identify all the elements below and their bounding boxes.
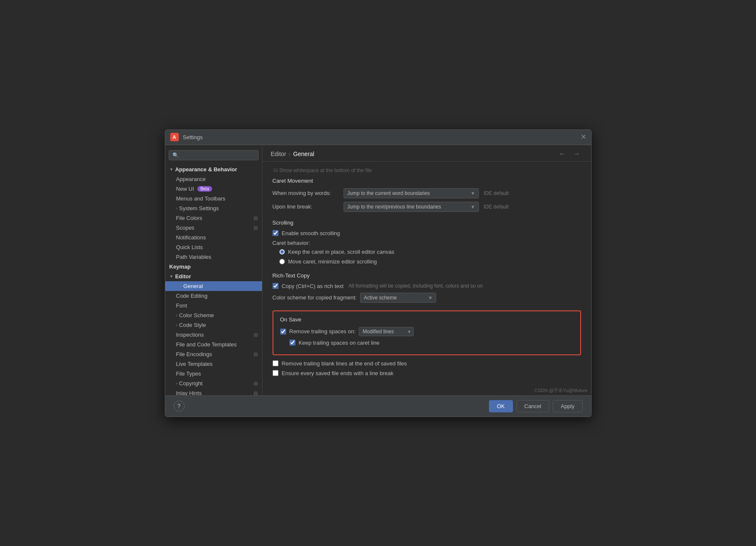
- main-header: Editor › General ← →: [262, 145, 591, 162]
- sidebar-item-color-scheme[interactable]: › Color Scheme: [165, 310, 262, 320]
- when-moving-row: When moving by words: Jump to the curren…: [273, 188, 581, 198]
- sidebar-item-quick-lists[interactable]: Quick Lists: [165, 242, 262, 252]
- dialog-title: Settings: [183, 134, 581, 140]
- sidebar-item-notifications[interactable]: Notifications: [165, 233, 262, 242]
- sidebar-item-label: File Encodings: [176, 351, 212, 357]
- sidebar-item-live-templates[interactable]: Live Templates: [165, 359, 262, 369]
- sidebar-item-editor[interactable]: ▼ Editor: [165, 272, 262, 281]
- sidebar-item-keymap[interactable]: Keymap: [165, 262, 262, 272]
- radio-row-1: Keep the caret in place, scroll editor c…: [273, 249, 581, 255]
- sidebar-item-file-colors[interactable]: File Colors ▤: [165, 213, 262, 223]
- radio-row-2: Move caret, minimize editor scrolling: [273, 258, 581, 265]
- copy-rich-text-label: Copy (Ctrl+C) as rich text: [282, 283, 344, 289]
- chevron-icon: ▼: [169, 274, 174, 279]
- sidebar-item-scopes[interactable]: Scopes ▤: [165, 223, 262, 233]
- ensure-newline-checkbox[interactable]: [273, 370, 278, 376]
- sidebar-item-label: Appearance & Behavior: [175, 166, 237, 173]
- when-moving-dropdown[interactable]: Jump to the current word boundaries: [344, 188, 479, 198]
- sidebar-item-label: Inlay Hints: [176, 390, 202, 395]
- sidebar-item-code-editing[interactable]: Code Editing: [165, 291, 262, 301]
- sidebar-item-label: Menus and Toolbars: [176, 195, 226, 202]
- sidebar-item-menus-toolbars[interactable]: Menus and Toolbars: [165, 194, 262, 203]
- ok-button[interactable]: OK: [489, 400, 513, 412]
- remove-blank-lines-checkbox[interactable]: [273, 360, 278, 366]
- sidebar-item-general[interactable]: › General: [165, 281, 262, 291]
- smooth-scrolling-row: Enable smooth scrolling: [273, 230, 581, 236]
- settings-icon: ▤: [254, 215, 258, 221]
- search-input[interactable]: [181, 152, 255, 158]
- sidebar-item-font[interactable]: Font: [165, 301, 262, 310]
- chevron-icon: ›: [176, 381, 177, 386]
- sidebar-item-appearance[interactable]: Appearance: [165, 174, 262, 184]
- breadcrumb-general: General: [293, 151, 314, 157]
- line-break-dropdown-wrapper: Jump to the next/previous line boundarie…: [344, 202, 479, 212]
- app-icon: A: [170, 133, 179, 141]
- settings-dialog: A Settings ✕ 🔍 ▼ Appearance & Behavior A…: [165, 129, 592, 417]
- color-scheme-row: Color scheme for copied fragment: Active…: [273, 293, 581, 303]
- copy-rich-text-hint: All formatting will be copied, including…: [349, 283, 483, 289]
- remove-trailing-label: Remove trailing spaces on:: [289, 328, 356, 335]
- sidebar-item-label: File Colors: [176, 215, 202, 221]
- radio-move-caret-label: Move caret, minimize editor scrolling: [288, 258, 377, 265]
- sidebar-item-label: Path Variables: [176, 254, 212, 260]
- keep-trailing-checkbox[interactable]: [289, 340, 295, 346]
- color-scheme-dropdown-wrapper: Active scheme ▼: [360, 293, 436, 303]
- sidebar-item-label: Scopes: [176, 225, 194, 231]
- sidebar-item-system-settings[interactable]: › System Settings: [165, 203, 262, 213]
- sidebar-item-label: Keymap: [169, 263, 191, 270]
- copy-rich-text-checkbox[interactable]: [273, 283, 278, 289]
- footer-right: OK Cancel Apply: [489, 400, 583, 412]
- apply-button[interactable]: Apply: [553, 400, 583, 412]
- smooth-scrolling-checkbox[interactable]: [273, 230, 278, 236]
- titlebar: A Settings ✕: [165, 130, 591, 145]
- radio-keep-caret[interactable]: [279, 249, 285, 255]
- radio-move-caret[interactable]: [279, 259, 285, 264]
- sidebar-item-path-variables[interactable]: Path Variables: [165, 252, 262, 262]
- close-button[interactable]: ✕: [581, 134, 586, 140]
- scrolling-section: Scrolling Enable smooth scrolling Caret …: [273, 219, 581, 265]
- line-break-hint: IDE default: [484, 204, 509, 210]
- settings-icon: ▤: [254, 351, 258, 357]
- sidebar-item-label: Notifications: [176, 234, 206, 241]
- remove-trailing-row: Remove trailing spaces on: Modified line…: [280, 327, 573, 336]
- on-save-title: On Save: [280, 316, 573, 323]
- remove-trailing-dropdown[interactable]: Modified lines: [359, 327, 414, 336]
- color-scheme-label: Color scheme for copied fragment:: [273, 294, 357, 301]
- sidebar-item-label: Appearance: [176, 176, 206, 182]
- line-break-label: Upon line break:: [273, 203, 340, 210]
- chevron-icon: ▼: [169, 167, 174, 172]
- sidebar-item-file-code-templates[interactable]: File and Code Templates: [165, 340, 262, 349]
- sidebar-item-new-ui[interactable]: New UI Beta: [165, 184, 262, 194]
- remove-trailing-checkbox[interactable]: [280, 329, 286, 335]
- remove-blank-lines-row: Remove trailing blank lines at the end o…: [273, 360, 581, 367]
- color-scheme-dropdown[interactable]: Active scheme: [360, 293, 436, 303]
- sidebar-item-label: File Types: [176, 370, 201, 377]
- cancel-button[interactable]: Cancel: [516, 400, 549, 412]
- sidebar-item-file-types[interactable]: File Types: [165, 369, 262, 379]
- nav-back-button[interactable]: ←: [557, 149, 568, 159]
- truncated-item: ☐ Show whitespace at the bottom of the f…: [273, 167, 581, 173]
- rich-text-copy-title: Rich-Text Copy: [273, 272, 581, 279]
- dialog-content: 🔍 ▼ Appearance & Behavior Appearance New…: [165, 145, 591, 395]
- main-panel: Editor › General ← → ☐ Show whitespace a…: [262, 145, 591, 395]
- search-box[interactable]: 🔍: [169, 150, 259, 160]
- sidebar-item-label: Color Scheme: [179, 312, 214, 318]
- sidebar-item-code-style[interactable]: › Code Style: [165, 320, 262, 330]
- breadcrumb: Editor › General: [271, 151, 314, 157]
- help-button[interactable]: ?: [174, 401, 185, 412]
- when-moving-dropdown-wrapper: Jump to the current word boundaries ▼: [344, 188, 479, 198]
- radio-keep-caret-label: Keep the caret in place, scroll editor c…: [288, 249, 394, 255]
- sidebar-item-appearance-behavior[interactable]: ▼ Appearance & Behavior: [165, 165, 262, 174]
- breadcrumb-editor: Editor: [271, 151, 287, 157]
- sidebar-item-label: Live Templates: [176, 361, 213, 367]
- chevron-icon: ›: [176, 313, 177, 318]
- nav-forward-button[interactable]: →: [571, 149, 583, 159]
- when-moving-label: When moving by words:: [273, 190, 340, 196]
- rich-text-copy-section: Rich-Text Copy Copy (Ctrl+C) as rich tex…: [273, 272, 581, 303]
- sidebar-item-file-encodings[interactable]: File Encodings ▤: [165, 349, 262, 359]
- search-icon: 🔍: [172, 152, 179, 158]
- sidebar-item-inspections[interactable]: Inspections ▤: [165, 330, 262, 340]
- sidebar-item-inlay-hints[interactable]: Inlay Hints ▤: [165, 388, 262, 395]
- line-break-dropdown[interactable]: Jump to the next/previous line boundarie…: [344, 202, 479, 212]
- sidebar-item-copyright[interactable]: › Copyright ▤: [165, 379, 262, 388]
